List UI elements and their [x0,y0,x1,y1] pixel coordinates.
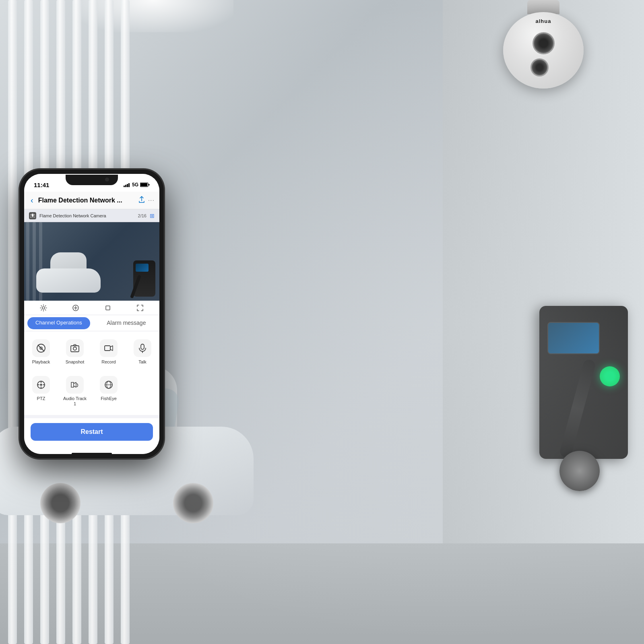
svg-rect-8 [106,306,110,310]
svg-rect-5 [32,214,33,215]
svg-rect-2 [149,184,150,186]
video-feed[interactable]: 2024-04-08 14:40:30 [24,222,159,301]
fisheye-icon-wrap [100,376,118,394]
tab-alarm-message[interactable]: Alarm message [93,315,159,331]
playback-icon-wrap [32,339,50,357]
share-button[interactable] [138,196,145,205]
audio-track-label: Audio Track1 [63,396,87,407]
op-empty [126,373,159,410]
talk-label: Talk [138,359,147,365]
toolbar-settings-btn[interactable] [37,301,50,314]
camera-icon [29,212,36,219]
signal-bar-2 [125,185,126,187]
op-fisheye[interactable]: FishEye [92,373,126,410]
video-car [28,252,101,293]
camera-info-row: Flame Detection Network Camera 2/16 ⊞ [24,209,159,222]
tabs-row: Channel Operations Alarm message [24,315,159,331]
status-icons: 5G [124,182,150,188]
record-icon-wrap [100,339,118,357]
phone-frame: 11:41 5G [19,169,164,459]
op-record[interactable]: Record [92,336,126,368]
op-snapshot[interactable]: Snapshot [58,336,92,368]
ptz-label: PTZ [37,396,45,401]
op-playback[interactable]: Playback [24,336,58,368]
svg-rect-14 [105,346,110,351]
op-audio-track[interactable]: Audio Track1 [58,373,92,410]
camera-name: Flame Detection Network Camera [39,213,135,218]
svg-marker-23 [71,382,74,387]
home-indicator [24,449,159,454]
signal-bars [124,182,130,187]
toolbar-crop-btn[interactable] [101,301,114,314]
svg-point-3 [32,215,34,217]
nav-bar: ‹ Flame Detection Network ... ··· [24,192,159,209]
phone-notch [66,175,118,185]
video-toolbar [24,301,159,315]
restart-label: Restart [80,428,103,436]
playback-label: Playback [32,359,50,365]
video-charger-screen [136,264,149,272]
video-car-body [36,268,101,293]
toolbar-fullscreen-btn[interactable] [134,301,147,314]
op-talk[interactable]: Talk [126,336,159,368]
phone-screen: 11:41 5G [24,174,159,454]
svg-rect-1 [140,183,147,186]
operations-grid-1: Playback Snapshot [24,331,159,371]
record-label: Record [101,359,116,365]
more-button[interactable]: ··· [148,197,155,204]
svg-line-10 [38,345,44,351]
battery-icon [140,182,150,187]
svg-point-13 [73,347,76,350]
grid-icon[interactable]: ⊞ [150,213,155,219]
audio-track-icon-wrap [66,376,84,394]
talk-icon-wrap [134,339,151,357]
signal-bar-3 [127,184,128,187]
snapshot-label: Snapshot [66,359,84,365]
toolbar-ptz-btn[interactable] [69,301,82,314]
op-ptz[interactable]: PTZ [24,373,58,410]
nav-title: Flame Detection Network ... [38,197,135,204]
video-background [24,222,159,301]
home-bar [72,453,112,454]
phone-container: 11:41 5G [19,169,164,459]
signal-bar-1 [124,186,125,187]
ptz-icon-wrap [32,376,50,394]
status-time: 11:41 [34,182,49,188]
fisheye-label: FishEye [101,396,117,401]
back-button[interactable]: ‹ [29,194,35,206]
restart-button[interactable]: Restart [31,423,153,441]
svg-point-6 [42,307,45,309]
snapshot-icon-wrap [66,339,84,357]
operations-grid-2: PTZ Audio Track1 [24,371,159,418]
svg-rect-15 [141,344,144,349]
camera-count: 2/16 [138,213,147,218]
network-type: 5G [132,182,138,188]
svg-point-22 [40,384,42,386]
signal-bar-4 [128,183,130,187]
tab-channel-operations[interactable]: Channel Operations [27,317,90,329]
restart-button-wrap: Restart [24,418,159,449]
phone-camera-dot [105,178,109,182]
